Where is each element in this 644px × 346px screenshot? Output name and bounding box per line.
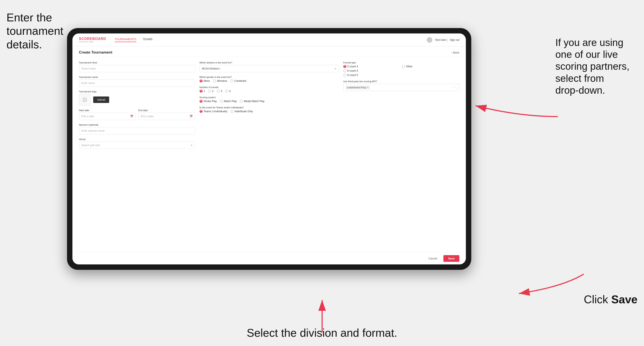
- api-value-tag: Leaderboard King ✕: [346, 86, 370, 89]
- individuals-option[interactable]: Individuals Only: [230, 110, 253, 113]
- scoring-match-label: Match Play: [224, 100, 237, 103]
- rounds-2[interactable]: 2: [208, 90, 214, 93]
- nav-links: TOURNAMENTS TEAMS: [115, 37, 427, 42]
- venue-field: Venue Search golf club ▼: [79, 138, 195, 149]
- tournament-host-label: Tournament Host: [79, 61, 195, 64]
- start-date-input[interactable]: Pick a date 📅: [79, 113, 136, 120]
- format-6count5[interactable]: 6 count 5: [343, 74, 401, 77]
- rounds-1-label: 1: [204, 90, 205, 93]
- calendar-icon-end: 📅: [190, 115, 193, 118]
- save-bold: Save: [611, 293, 638, 306]
- nav-link-teams[interactable]: TEAMS: [143, 37, 152, 42]
- format-6count5-radio[interactable]: [343, 74, 346, 77]
- end-date-field: End date Pick a date 📅: [138, 109, 195, 120]
- rounds-3-radio[interactable]: [216, 90, 220, 93]
- format-6count4[interactable]: 6 count 4: [343, 69, 401, 72]
- gender-womens-label: Womens: [217, 79, 227, 82]
- gender-womens[interactable]: Womens: [213, 79, 227, 82]
- teams-option[interactable]: Teams (+Individuals): [200, 110, 228, 113]
- teams-option-radio[interactable]: [200, 110, 202, 113]
- tournament-name-placeholder: Enter name: [81, 82, 95, 85]
- gender-combined-radio[interactable]: [230, 79, 233, 82]
- sponsor-field: Sponsor (optional) Enter sponsor name: [79, 124, 195, 135]
- rounds-4-radio[interactable]: [225, 90, 228, 93]
- api-label: Use third-party live scoring API?: [343, 80, 460, 83]
- format-type-grid: 5 count 4 Other 6 count 4: [343, 65, 460, 77]
- teams-field: Is this event for Teams and/or Individua…: [200, 106, 339, 113]
- scoring-stroke-radio[interactable]: [200, 100, 202, 103]
- venue-dropdown-arrow: ▼: [191, 144, 193, 147]
- navbar: SCOREBOARD Powered by Clippit TOURNAMENT…: [72, 33, 466, 46]
- rounds-4[interactable]: 4: [225, 90, 231, 93]
- calendar-icon-start: 📅: [130, 115, 134, 118]
- logo-sub: Powered by Clippit: [79, 41, 106, 43]
- logo-text: SCOREBOARD: [79, 37, 106, 41]
- tournament-host-input[interactable]: Search team: [79, 65, 195, 72]
- scoring-medal[interactable]: Medal Match Play: [240, 100, 264, 103]
- format-5count4-radio[interactable]: [343, 65, 346, 68]
- save-button[interactable]: Save: [444, 255, 460, 262]
- scoring-medal-label: Medal Match Play: [244, 100, 264, 103]
- rounds-2-radio[interactable]: [208, 90, 211, 93]
- upload-button[interactable]: Upload: [93, 96, 109, 103]
- format-type-field: Format type 5 count 4 Other: [343, 61, 460, 77]
- gender-combined[interactable]: Combined: [230, 79, 246, 82]
- back-button[interactable]: ‹ Back: [452, 51, 460, 54]
- annotation-bottom-right: Click Save: [584, 293, 638, 306]
- logo-preview: [79, 94, 90, 106]
- tournament-name-input[interactable]: Enter name: [79, 79, 195, 87]
- tournament-name-label: Tournament name: [79, 76, 195, 78]
- individuals-option-radio[interactable]: [230, 110, 234, 113]
- rounds-2-label: 2: [212, 90, 214, 93]
- gender-womens-radio[interactable]: [213, 79, 216, 82]
- api-value-text: Leaderboard King: [347, 86, 366, 89]
- division-select[interactable]: NCAA Division I ▼: [200, 65, 339, 72]
- tablet-device: SCOREBOARD Powered by Clippit TOURNAMENT…: [67, 28, 471, 270]
- tournament-host-field: Tournament Host Search team: [79, 61, 195, 72]
- nav-right: Test User | Sign out: [427, 37, 460, 43]
- sign-out-link[interactable]: Sign out: [450, 38, 460, 41]
- cancel-button[interactable]: Cancel: [425, 255, 440, 262]
- format-5count4[interactable]: 5 count 4: [343, 65, 401, 68]
- format-other[interactable]: Other: [402, 65, 460, 68]
- rounds-1-radio[interactable]: [200, 90, 202, 93]
- end-date-label: End date: [138, 109, 195, 112]
- teams-option-label: Teams (+Individuals): [204, 110, 228, 113]
- rounds-1[interactable]: 1: [200, 90, 205, 93]
- api-field-wrapper: Use third-party live scoring API? Leader…: [343, 80, 460, 91]
- scoring-stroke[interactable]: Stroke Play: [200, 100, 217, 103]
- scoring-match[interactable]: Match Play: [220, 100, 237, 103]
- gender-mens-radio[interactable]: [200, 79, 202, 82]
- gender-radio-group: Mens Womens Combined: [200, 79, 339, 82]
- tournament-host-placeholder: Search team: [81, 67, 96, 70]
- api-clear-button[interactable]: ✕: [367, 86, 368, 89]
- tournament-logo-field: Tournament logo Upload: [79, 90, 195, 106]
- venue-select[interactable]: Search golf club ▼: [79, 142, 195, 149]
- format-other-radio[interactable]: [402, 65, 405, 68]
- division-label: Which division is the event for?: [200, 61, 339, 64]
- gender-mens[interactable]: Mens: [200, 79, 210, 82]
- scoring-stroke-label: Stroke Play: [204, 100, 217, 103]
- division-value: NCAA Division I: [202, 67, 220, 70]
- api-select[interactable]: Leaderboard King ✕ ⌃⌄: [343, 84, 460, 91]
- format-6count4-label: 6 count 4: [348, 69, 358, 72]
- format-6count5-label: 6 count 5: [348, 74, 358, 77]
- user-label: Test User |: [435, 38, 447, 41]
- scoring-match-radio[interactable]: [220, 100, 223, 103]
- nav-link-tournaments[interactable]: TOURNAMENTS: [115, 37, 136, 42]
- teams-label: Is this event for Teams and/or Individua…: [200, 106, 339, 109]
- rounds-label: Number of rounds: [200, 86, 339, 88]
- click-save-label: Click: [584, 293, 611, 306]
- scoring-medal-radio[interactable]: [240, 100, 243, 103]
- format-6count4-radio[interactable]: [343, 69, 346, 72]
- sponsor-input[interactable]: Enter sponsor name: [79, 127, 195, 135]
- annotation-top-left: Enter the tournament details.: [6, 11, 71, 51]
- tournament-name-field: Tournament name Enter name: [79, 76, 195, 87]
- form-col-middle: Which division is the event for? NCAA Di…: [200, 61, 339, 248]
- logo-area: SCOREBOARD Powered by Clippit: [79, 37, 106, 43]
- logo-upload-area: Upload: [79, 94, 195, 106]
- rounds-3[interactable]: 3: [216, 90, 222, 93]
- end-date-input[interactable]: Pick a date 📅: [138, 113, 195, 120]
- sponsor-label: Sponsor (optional): [79, 124, 195, 126]
- individuals-option-label: Individuals Only: [234, 110, 253, 113]
